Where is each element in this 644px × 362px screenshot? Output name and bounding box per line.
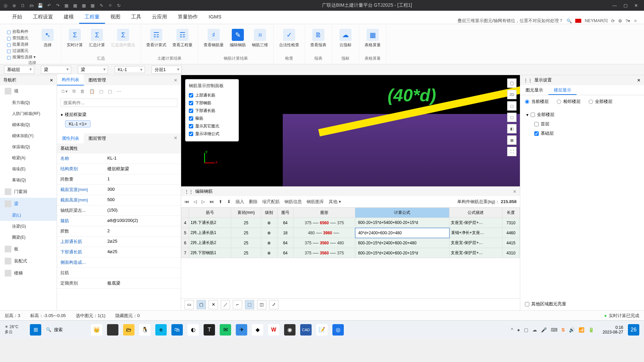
ribbon-button[interactable]: Σ实时计算 (65, 27, 85, 49)
rebar-tool[interactable]: ◁ (194, 199, 197, 204)
nav-item[interactable]: 幕墙(Q) (0, 175, 57, 186)
taskbar-app[interactable] (107, 324, 118, 336)
ribbon-button[interactable]: ✎编辑钢筋 (228, 27, 248, 49)
taskbar-app[interactable]: T (204, 324, 215, 336)
pin-icon[interactable]: ✧ (634, 18, 637, 23)
menu-tab[interactable]: 算量协作 (172, 11, 203, 24)
search-input[interactable] (60, 99, 177, 107)
tab-component-list[interactable]: 构件列表 (57, 75, 84, 85)
menu-tab[interactable]: 开始 (7, 11, 28, 24)
view-tool-icon[interactable]: ▢ (507, 101, 517, 111)
qat-icon[interactable]: ✎ (99, 3, 104, 8)
prop-value[interactable] (104, 257, 181, 267)
qat-icon[interactable]: ▦ (81, 3, 87, 8)
display-checkbox[interactable]: 下部通长筋 (189, 107, 235, 115)
view-tool-icon[interactable]: ▢ (507, 113, 517, 122)
rebar-tool[interactable]: ▷ (202, 199, 205, 204)
search-icon[interactable]: 🔍 (567, 18, 572, 23)
prop-value[interactable]: 4⌀25 (104, 247, 181, 257)
context-dropdown[interactable]: 梁 (78, 66, 108, 74)
rebar-tool[interactable]: ⏮ (184, 199, 189, 204)
qat-icon[interactable]: ⊕ (11, 3, 17, 8)
tool-icon[interactable]: ⌐ (233, 300, 242, 309)
tool-icon[interactable]: ▭ (184, 300, 194, 309)
table-header[interactable]: 图形 (293, 208, 355, 218)
menu-tab[interactable]: 视图 (105, 11, 126, 24)
table-row[interactable]: 41跨.下通长筋225⊕64375 ──6560── 375600-20+15*… (181, 218, 520, 228)
taskbar-app[interactable]: ✉ (220, 324, 231, 336)
display-checkbox[interactable]: 箍筋 (189, 115, 235, 122)
ribbon-button[interactable]: 🗎查看报表 (308, 27, 328, 49)
ribbon-small-btn[interactable]: 过滤图元 (7, 48, 36, 54)
view-2d-icon[interactable]: 2D (507, 90, 517, 99)
maximize-icon[interactable]: ▢ (624, 3, 628, 8)
context-dropdown[interactable]: 分层1 (152, 66, 182, 74)
nav-item[interactable]: 剪力墙(Q) (0, 97, 57, 108)
prop-value[interactable]: 1 (104, 174, 181, 184)
taskbar-app[interactable]: 🗁 (123, 324, 135, 336)
orbit-icon[interactable]: ◯ (507, 78, 517, 88)
table-header[interactable]: 直径(mm) (231, 208, 261, 218)
taskbar-app[interactable]: e (155, 324, 167, 336)
tool-icon[interactable]: ▢ (108, 89, 112, 94)
new-icon[interactable]: 🗋▾ (61, 89, 68, 94)
ribbon-button[interactable]: ☶查看工程量 (170, 27, 195, 49)
ribbon-small-btn[interactable]: 拾取构件 (7, 29, 36, 35)
grip-icon[interactable]: ⋮⋮ (524, 78, 532, 83)
ribbon-button[interactable]: ▦表格算量 (363, 27, 383, 49)
tree-child[interactable]: 首层 (534, 119, 638, 129)
prop-value[interactable]: KL-1 (104, 154, 181, 164)
qat-icon[interactable]: 🗋 (20, 3, 25, 8)
table-row[interactable]: 62跨.上通长筋225⊕64375 ──3560── 480600-20+15*… (181, 238, 520, 248)
qat-icon[interactable]: 🗁 (29, 3, 34, 8)
tool-icon[interactable]: ▢ (197, 300, 206, 309)
rebar-tool[interactable]: 删除 (249, 199, 258, 205)
ribbon-button[interactable]: ✓合法性检查 (277, 27, 301, 49)
context-dropdown[interactable]: 梁 (41, 66, 71, 74)
start-icon[interactable]: ⊞ (30, 324, 41, 336)
user-avatar[interactable] (575, 19, 581, 23)
tree-parent[interactable]: ▸ 楼层框架梁 (61, 110, 177, 119)
prop-value[interactable] (104, 268, 181, 278)
rebar-tool[interactable]: ⬇ (227, 199, 231, 204)
menu-tab[interactable]: IGMS (203, 11, 227, 24)
menu-tab[interactable]: 云应用 (147, 11, 172, 24)
taskbar-app[interactable]: ✈ (236, 324, 247, 336)
close-icon[interactable]: ✕ (513, 189, 517, 194)
close-icon[interactable]: ✕ (637, 78, 641, 83)
table-header[interactable]: 图号 (277, 208, 293, 218)
nav-item[interactable]: 板 (0, 243, 57, 255)
tool-icon[interactable]: ▢ (99, 89, 103, 94)
close-icon[interactable]: ✕ (170, 78, 181, 83)
menu-tab[interactable]: 工程设置 (28, 11, 58, 24)
nav-item[interactable]: 砌体墙(Q) (0, 119, 57, 130)
prop-value[interactable]: ⌀8@100/200(2) (104, 216, 181, 226)
rebar-tool[interactable]: 其他 ▾ (329, 199, 341, 205)
weather-widget[interactable]: ☀ 26°C 多云 (5, 324, 18, 335)
table-header[interactable]: 计算公式 (355, 208, 449, 218)
display-checkbox[interactable]: 显示详细公式 (189, 130, 235, 138)
qat-icon[interactable]: ↶ (46, 3, 52, 8)
display-checkbox[interactable]: 显示其它图元 (189, 122, 235, 130)
context-dropdown[interactable]: 基础层 (4, 66, 34, 74)
qat-icon[interactable]: 💾 (38, 3, 43, 8)
system-tray[interactable]: ^●▢☁🎤⌨S🔊📶🔋 (511, 327, 594, 333)
taskbar-app[interactable]: 🛍 (171, 324, 183, 336)
taskbar-app[interactable]: ◉ (284, 324, 296, 336)
ribbon-button[interactable]: Σ汇总选中图元 (109, 27, 137, 49)
paste-icon[interactable]: 📋 (89, 89, 95, 94)
qat-icon[interactable]: ◎ (3, 3, 8, 8)
qat-icon[interactable]: ⌗ (107, 3, 113, 8)
axis-gizmo[interactable]: YX (201, 149, 218, 166)
menu-tab[interactable]: 工具 (126, 11, 147, 24)
view-tool-icon[interactable]: ◧ (507, 124, 517, 133)
close-icon[interactable]: ✕ (170, 133, 181, 143)
taskbar-app[interactable]: 🐧 (139, 324, 151, 336)
highlight-checkbox[interactable]: 其他区域图元亮显 (525, 301, 639, 307)
nav-item[interactable]: 墙垛(E) (0, 164, 57, 175)
tab-properties[interactable]: 属性列表 (57, 133, 84, 143)
taskbar-app[interactable]: W (268, 324, 279, 336)
ribbon-button[interactable]: ♯查看钢筋量 (202, 27, 226, 49)
settings-icon[interactable]: ⚙ (618, 18, 622, 23)
rebar-tool[interactable]: 钢筋信息 (284, 199, 302, 205)
